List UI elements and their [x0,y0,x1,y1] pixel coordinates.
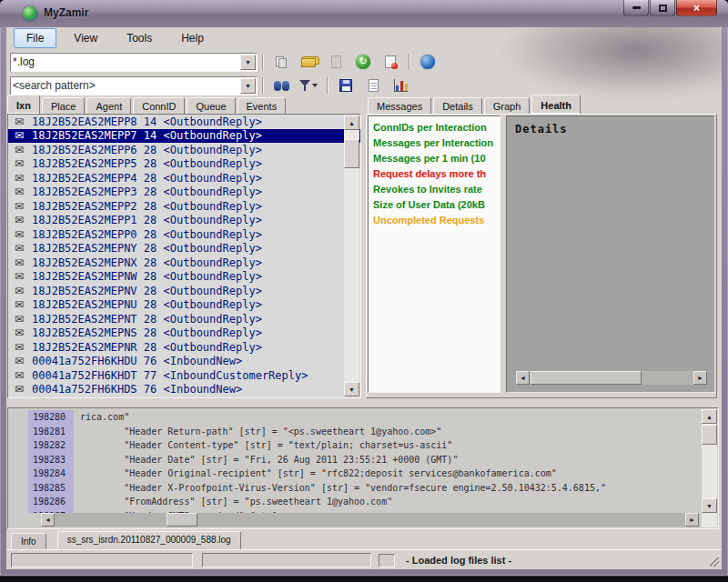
refresh-button[interactable]: ↻ [351,52,375,72]
close-button[interactable]: × [676,0,717,16]
list-item[interactable]: ✉18J2B52EAS2MEPP5 28 <OutboundReply> [8,157,360,172]
record-button[interactable] [379,52,402,72]
list-item[interactable]: ✉18J2B52EAS2MEPNY 28 <OutboundReply> [8,242,360,256]
scroll-right-button[interactable]: ► [685,513,699,527]
list-item[interactable]: ✉18J2B52EAS2MEPNS 28 <OutboundReply> [8,326,360,341]
left-panel-tab[interactable]: Agent [86,97,131,115]
list-item[interactable]: ✉18J2B52EAS2MEPP8 14 <OutboundReply> [8,115,360,129]
find-button[interactable] [269,75,293,95]
search-pattern-combo[interactable]: ▼ [10,76,258,95]
search-input[interactable] [13,78,238,94]
help-orb-button[interactable] [416,52,440,72]
title-bar[interactable]: MyZamir × [0,0,728,27]
log-text-panel[interactable]: 198280 rica.com" 198281 "Header_Return-p… [7,407,719,529]
scroll-up-button[interactable]: ▲ [702,409,717,424]
left-panel-tab[interactable]: Events [238,97,287,115]
details-hscrollbar[interactable]: ◄ ► [516,371,707,385]
filter-button[interactable] [297,75,320,95]
maximize-button[interactable] [650,0,675,16]
list-item[interactable]: ✉18J2B52EAS2MEPP4 28 <OutboundReply> [8,171,360,186]
log-line[interactable]: 198284 "Header_Original-recipient" [str]… [9,467,701,481]
left-panel-tab[interactable]: Queue [187,97,235,115]
list-item[interactable]: ✉18J2B52EAS2MEPP7 14 <OutboundReply> [8,129,360,144]
list-scrollbar[interactable]: ▲ ▼ [344,115,359,396]
health-check-item[interactable]: Messages per 1 min (10 [373,151,500,166]
scroll-down-button[interactable]: ▼ [344,382,359,396]
right-panel-tab[interactable]: Health [531,95,581,115]
list-item[interactable]: ✉18J2B52EAS2MEPP1 28 <OutboundReply> [8,214,360,228]
left-panel-tab[interactable]: ConnID [133,97,185,115]
list-item[interactable]: ✉18J2B52EAS2MEPNU 28 <OutboundReply> [8,298,360,313]
interaction-count: 28 [144,172,157,185]
left-panel-tab[interactable]: Place [42,97,86,115]
envelope-icon: ✉ [15,214,32,226]
health-check-item[interactable]: Messages per Interaction [373,135,500,151]
envelope-icon: ✉ [15,144,32,156]
health-check-list[interactable]: ConnIDs per Interaction Messages per Int… [368,115,500,393]
interaction-id: 18J2B52EAS2MEPNV [32,285,137,297]
list-item[interactable]: ✉18J2B52EAS2MEPNV 28 <OutboundReply> [8,284,360,298]
save-button[interactable] [334,75,358,95]
right-panel-tab[interactable]: Graph [484,97,531,115]
log-line[interactable]: 198285 "Header_X-Proofpoint-Virus-Versio… [9,481,701,496]
list-item[interactable]: ✉18J2B52EAS2MEPP3 28 <OutboundReply> [8,186,360,200]
list-item[interactable]: ✉18J2B52EAS2MEPP6 28 <OutboundReply> [8,143,360,157]
log-line[interactable]: 198283 "Header_Date" [str] = "Fri, 26 Au… [9,453,701,467]
right-panel-tab[interactable]: Details [433,97,482,115]
scroll-thumb[interactable] [531,371,642,385]
scroll-thumb[interactable] [167,513,197,527]
copy-button[interactable] [269,52,293,72]
log-hscrollbar[interactable]: ◄ ► [41,513,699,527]
log-vscrollbar[interactable]: ▲ ▼ [702,409,717,527]
menu-item[interactable]: View [62,29,109,47]
scroll-left-button[interactable]: ◄ [516,371,530,385]
file-filter-dropdown-button[interactable]: ▼ [240,55,256,70]
scroll-up-button[interactable]: ▲ [344,115,359,130]
scroll-down-button[interactable]: ▼ [702,498,717,513]
health-check-item[interactable]: Revokes to Invites rate [373,182,500,197]
interaction-type: <InboundCustomerReply> [164,369,308,382]
search-dropdown-button[interactable]: ▼ [240,78,256,94]
interaction-type: <OutboundReply> [164,186,262,198]
line-text: "Header_Original-recipient" [str] = "rfc… [74,468,557,478]
paste-button[interactable] [324,52,348,72]
interaction-list[interactable]: ✉18J2B52EAS2MEPP8 14 <OutboundReply> ✉18… [7,114,361,398]
log-line[interactable]: 198282 "Header_Content-type" [str] = "te… [9,438,701,453]
list-item[interactable]: ✉18J2B52EAS2MEPP0 28 <OutboundReply> [8,227,360,242]
scroll-thumb[interactable] [344,139,359,168]
right-panel-tab[interactable]: Messages [368,97,431,115]
menu-item[interactable]: File [14,28,56,48]
log-line[interactable]: 198280 rica.com" [9,410,701,425]
file-tab[interactable]: Info [11,533,46,549]
file-filter-input[interactable] [13,55,238,70]
health-check-item[interactable]: Request delays more th [373,166,500,182]
scroll-left-button[interactable]: ◄ [41,513,55,527]
health-check-item[interactable]: Size of User Data (20kB [373,197,500,213]
file-filter-combo[interactable]: ▼ [10,53,258,72]
list-item[interactable]: ✉18J2B52EAS2MEPP2 28 <OutboundReply> [8,199,360,214]
file-tab[interactable]: ss_srs_isrdn.20110827_000009_588.log [57,531,241,549]
left-panel-tab[interactable]: Ixn [7,95,40,115]
document-button[interactable] [361,75,385,95]
log-line[interactable]: 198281 "Header_Return-path" [str] = "<ps… [9,425,701,439]
health-check-item[interactable]: Uncompleted Requests [373,213,500,228]
menu-item[interactable]: Help [169,29,216,47]
interaction-count: 76 [144,383,157,396]
scroll-right-button[interactable]: ► [693,371,707,385]
list-item[interactable]: ✉00041a752FH6KHDT 77 <InboundCustomerRep… [8,368,360,383]
log-line[interactable]: 198286 "FromAddress" [str] = "ps.sweethe… [9,495,701,509]
menu-item[interactable]: Tools [115,29,164,47]
list-item[interactable]: ✉18J2B52EAS2MEPNW 28 <OutboundReply> [8,270,360,285]
resize-grip[interactable] [710,557,719,567]
minimize-button[interactable] [623,0,649,16]
health-check-item[interactable]: ConnIDs per Interaction [373,120,500,135]
statistics-button[interactable] [389,75,412,95]
list-item[interactable]: ✉00041a752FH6KHDS 76 <InboundNew> [8,383,360,397]
list-item[interactable]: ✉18J2B52EAS2MEPNT 28 <OutboundReply> [8,312,360,326]
list-item[interactable]: ✉18J2B52EAS2MEPNX 28 <OutboundReply> [8,256,360,270]
list-item[interactable]: ✉18J2B52EAS2MEPNR 28 <OutboundReply> [8,340,360,355]
toolbar-row-2: ▼ [8,75,720,96]
list-item[interactable]: ✉00041a752FH6KHDU 76 <InboundNew> [8,355,360,369]
open-file-button[interactable] [297,52,320,72]
scroll-thumb[interactable] [702,425,717,445]
